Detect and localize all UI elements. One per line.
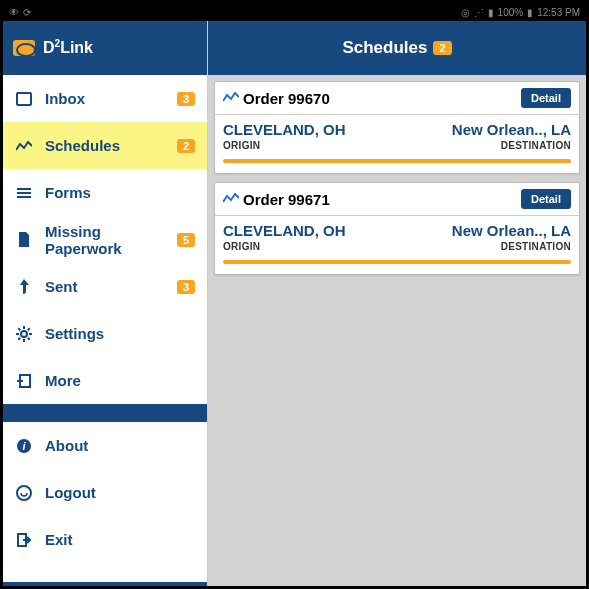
chart-line-icon	[223, 191, 239, 208]
location-icon: ◎	[461, 7, 470, 18]
sidebar-item-forms[interactable]: Forms	[3, 169, 207, 216]
badge: 3	[177, 92, 195, 106]
origin-city: CLEVELAND, OH	[223, 121, 346, 138]
origin-label: ORIGIN	[223, 140, 260, 151]
eye-icon: 👁	[9, 7, 19, 18]
badge: 5	[177, 233, 195, 247]
order-list: Order 99670 Detail CLEVELAND, OH New Orl…	[208, 75, 586, 281]
sidebar-item-label: Sent	[45, 278, 165, 295]
detail-button[interactable]: Detail	[521, 88, 571, 108]
badge: 3	[177, 280, 195, 294]
sidebar-item-schedules[interactable]: Schedules 2	[3, 122, 207, 169]
header-badge: 2	[433, 41, 451, 55]
sidebar-item-exit[interactable]: Exit	[3, 516, 207, 563]
sidebar-item-about[interactable]: i About	[3, 422, 207, 469]
brand-bar: D2Link	[3, 21, 207, 75]
svg-rect-0	[17, 93, 31, 105]
sidebar-item-label: Settings	[45, 325, 195, 342]
order-title: Order 99671	[223, 191, 330, 208]
order-title-text: Order 99670	[243, 90, 330, 107]
brand-title: D2Link	[43, 38, 93, 57]
order-card: Order 99670 Detail CLEVELAND, OH New Orl…	[214, 81, 580, 174]
battery-text: 100%	[498, 7, 524, 18]
destination-label: DESTINATION	[501, 241, 571, 252]
sidebar-item-settings[interactable]: Settings	[3, 310, 207, 357]
origin-label: ORIGIN	[223, 241, 260, 252]
file-icon	[15, 232, 33, 248]
arrow-up-icon	[15, 279, 33, 295]
refresh-icon: ⟳	[23, 7, 31, 18]
badge: 2	[177, 139, 195, 153]
nav-separator	[3, 404, 207, 422]
destination-label: DESTINATION	[501, 140, 571, 151]
chart-line-icon	[15, 140, 33, 152]
sidebar-item-missing-paperwork[interactable]: Missing Paperwork 5	[3, 216, 207, 263]
sidebar-item-label: Forms	[45, 184, 195, 201]
sidebar-item-label: Exit	[45, 531, 195, 548]
logout-icon	[15, 485, 33, 501]
brand-logo-icon	[13, 40, 35, 56]
destination-city: New Orlean.., LA	[452, 121, 571, 138]
nav-list: Inbox 3 Schedules 2 Forms	[3, 75, 207, 582]
sidebar-item-inbox[interactable]: Inbox 3	[3, 75, 207, 122]
inbox-icon	[15, 92, 33, 106]
sidebar-item-sent[interactable]: Sent 3	[3, 263, 207, 310]
content-pane: Schedules 2 Order 99670 Detail	[208, 21, 586, 586]
signal-icon: ▮	[488, 7, 494, 18]
sidebar: D2Link Inbox 3 Schedules 2	[3, 21, 208, 586]
progress-bar	[223, 260, 571, 264]
sidebar-item-more[interactable]: More	[3, 357, 207, 404]
sidebar-item-label: Missing Paperwork	[45, 223, 165, 257]
status-bar: 👁 ⟳ ◎ ⋰ ▮ 100% ▮ 12:53 PM	[3, 3, 586, 21]
order-title-text: Order 99671	[243, 191, 330, 208]
content-header: Schedules 2	[208, 21, 586, 75]
info-icon: i	[15, 438, 33, 454]
battery-icon: ▮	[527, 7, 533, 18]
svg-point-4	[21, 331, 27, 337]
sidebar-item-label: Logout	[45, 484, 195, 501]
sidebar-bottom-bar	[3, 582, 207, 586]
origin-city: CLEVELAND, OH	[223, 222, 346, 239]
chart-line-icon	[223, 90, 239, 107]
sidebar-item-label: More	[45, 372, 195, 389]
sidebar-item-logout[interactable]: Logout	[3, 469, 207, 516]
sidebar-item-label: About	[45, 437, 195, 454]
svg-point-9	[17, 486, 31, 500]
exit-icon	[15, 533, 33, 547]
detail-button[interactable]: Detail	[521, 189, 571, 209]
sidebar-item-label: Schedules	[45, 137, 165, 154]
order-card: Order 99671 Detail CLEVELAND, OH New Orl…	[214, 182, 580, 275]
clock-text: 12:53 PM	[537, 7, 580, 18]
list-icon	[15, 187, 33, 199]
destination-city: New Orlean.., LA	[452, 222, 571, 239]
app-frame: 👁 ⟳ ◎ ⋰ ▮ 100% ▮ 12:53 PM D2Link	[0, 0, 589, 589]
order-title: Order 99670	[223, 90, 330, 107]
sidebar-item-label: Inbox	[45, 90, 165, 107]
progress-bar	[223, 159, 571, 163]
page-title: Schedules	[342, 38, 427, 58]
more-icon	[15, 374, 33, 388]
gear-icon	[15, 326, 33, 342]
wifi-icon: ⋰	[474, 7, 484, 18]
